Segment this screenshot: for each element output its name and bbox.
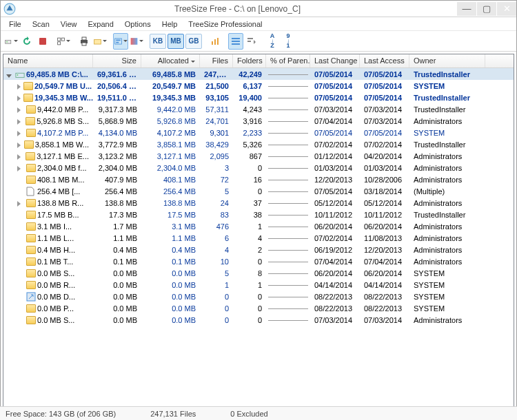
folder-icon — [26, 234, 36, 242]
table-row[interactable]: 2,304.0 MB f...2,304.0 MB2,304.0 MB303.3… — [3, 162, 514, 174]
details-view-button[interactable] — [228, 33, 243, 50]
chart-button[interactable] — [207, 33, 223, 50]
table-row[interactable]: 256.4 MB [...256.4 MB256.4 MB500.4 %07/0… — [3, 185, 514, 197]
menu-help[interactable]: Help — [156, 19, 183, 30]
expand-toggle-icon[interactable] — [17, 141, 21, 147]
expand-toggle-icon[interactable] — [17, 282, 23, 288]
table-row[interactable]: 3,858.1 MB W...3,772.9 MB3,858.1 MB38,42… — [3, 138, 514, 150]
expand-toggle-icon[interactable] — [17, 188, 23, 194]
sort-size-button[interactable]: 9↓1 — [281, 33, 296, 50]
file-tree-grid[interactable]: NameSizeAllocatedFilesFolders% of Paren.… — [3, 54, 514, 412]
expand-toggle-icon[interactable] — [17, 211, 23, 218]
table-row[interactable]: 17.5 MB B...17.3 MB17.5 MB83380.0 %10/11… — [3, 209, 514, 220]
table-row[interactable]: 408.1 MB M...407.9 MB408.1 MB72160.6 %12… — [3, 174, 514, 185]
menu-scan[interactable]: Scan — [27, 19, 55, 30]
table-row[interactable]: 0.0 MB D...0.0 MB0.0 MB000.0 %08/22/2013… — [3, 291, 514, 302]
table-row[interactable]: 3.1 MB I...1.7 MB3.1 MB47610.0 %06/20/20… — [3, 220, 514, 232]
expand-toggle-icon[interactable] — [17, 94, 21, 101]
expand-toggle-icon[interactable] — [17, 176, 23, 182]
cell-chg: 05/12/2014 — [310, 198, 360, 208]
export-button[interactable] — [92, 33, 108, 50]
refresh-button[interactable] — [19, 33, 34, 50]
expand-button[interactable] — [56, 33, 71, 50]
cell-acc: 06/20/2014 — [360, 269, 409, 278]
expand-toggle-icon[interactable] — [17, 165, 23, 171]
table-row[interactable]: 19,345.3 MB W...19,511.0 MB19,345.3 MB93… — [3, 92, 514, 103]
table-row[interactable]: 0.0 MB S...0.0 MB0.0 MB000.0 %07/03/2014… — [3, 314, 514, 326]
unit-kb-button[interactable]: KB — [150, 34, 166, 49]
expand-toggle-icon[interactable] — [17, 129, 23, 136]
table-row[interactable]: 0.4 MB H...0.4 MB0.4 MB420.0 %06/19/2012… — [3, 244, 514, 255]
folder-icon — [26, 105, 36, 114]
size-mode-button[interactable] — [113, 33, 128, 50]
cell-files: 0 — [200, 315, 233, 325]
expand-toggle-icon[interactable] — [17, 293, 23, 300]
expand-toggle-icon[interactable] — [17, 317, 23, 323]
gradient-button[interactable] — [129, 33, 144, 50]
column-headers[interactable]: NameSizeAllocatedFilesFolders% of Paren.… — [3, 54, 514, 68]
column-header[interactable]: Last Change — [310, 54, 360, 67]
cell-alloc: 5,926.8 MB — [141, 116, 200, 126]
svg-rect-22 — [247, 41, 251, 42]
row-name: 4,107.2 MB P... — [37, 129, 88, 137]
cell-own: Administrators — [409, 198, 485, 208]
expand-toggle-icon[interactable] — [17, 153, 23, 159]
column-header[interactable]: Allocated — [141, 54, 200, 67]
cell-percent: 5.9 % — [266, 132, 310, 134]
unit-mb-button[interactable]: MB — [168, 34, 184, 49]
menu-treesize-professional[interactable]: TreeSize Professional — [183, 19, 267, 30]
table-row[interactable]: 0.0 MB R...0.0 MB0.0 MB110.0 %04/14/2014… — [3, 279, 514, 291]
maximize-button[interactable]: ▢ — [477, 2, 496, 16]
menu-options[interactable]: Options — [119, 19, 156, 30]
cell-own: Administrators — [409, 245, 485, 255]
stop-button[interactable] — [35, 33, 50, 50]
svg-rect-20 — [232, 43, 240, 45]
column-header[interactable]: Folders — [233, 54, 266, 67]
table-row[interactable]: 5,926.8 MB S...5,868.9 MB5,926.8 MB24,70… — [3, 115, 514, 127]
close-button[interactable]: ✕ — [497, 2, 516, 16]
cell-files: 3 — [200, 163, 233, 173]
column-header[interactable]: Size — [93, 54, 141, 67]
expand-toggle-icon[interactable] — [17, 270, 23, 276]
column-header[interactable]: Name — [3, 54, 93, 67]
expand-toggle-icon[interactable] — [17, 235, 23, 241]
expand-toggle-icon[interactable] — [17, 200, 23, 206]
column-header[interactable]: % of Paren... — [266, 54, 310, 67]
grid-body[interactable]: 69,485.8 MB C:\...69,361.6 MB69,485.8 MB… — [3, 68, 514, 411]
table-row[interactable]: 3,127.1 MB E...3,123.2 MB3,127.1 MB2,095… — [3, 150, 514, 162]
expand-toggle-icon[interactable] — [17, 223, 23, 229]
table-row[interactable]: 0.0 MB S...0.0 MB0.0 MB580.0 %06/20/2014… — [3, 267, 514, 279]
cell-files: 476 — [200, 222, 233, 231]
expand-toggle-icon[interactable] — [17, 106, 23, 112]
row-name: 408.1 MB M... — [37, 176, 84, 184]
menu-expand[interactable]: Expand — [82, 19, 119, 30]
table-row[interactable]: 0.1 MB T...0.1 MB0.1 MB1000.0 %07/04/201… — [3, 255, 514, 267]
table-row[interactable]: 138.8 MB R...138.8 MB138.8 MB24370.2 %05… — [3, 197, 514, 209]
table-row[interactable]: 4,107.2 MB P...4,134.0 MB4,107.2 MB9,301… — [3, 127, 514, 138]
expand-toggle-icon[interactable] — [17, 305, 23, 311]
sort-az-button[interactable]: A↓Z — [265, 33, 280, 50]
filter-button[interactable] — [244, 33, 259, 50]
table-row[interactable]: 0.0 MB P...0.0 MB0.0 MB000.0 %08/22/2013… — [3, 302, 514, 314]
column-header[interactable]: Files — [200, 54, 233, 67]
column-header[interactable]: Owner — [409, 54, 485, 67]
unit-gb-button[interactable]: GB — [185, 34, 202, 49]
select-drive-button[interactable] — [3, 33, 19, 50]
expand-toggle-icon[interactable] — [17, 118, 23, 124]
table-row[interactable]: 1.1 MB L...1.1 MB1.1 MB640.0 %07/02/2014… — [3, 232, 514, 244]
table-row[interactable]: 9,442.0 MB P...9,317.3 MB9,442.0 MB57,31… — [3, 103, 514, 115]
column-header[interactable]: Last Access — [360, 54, 409, 67]
expand-toggle-icon[interactable] — [17, 258, 23, 264]
expand-toggle-icon[interactable] — [17, 83, 21, 89]
print-button[interactable] — [77, 33, 92, 50]
cell-chg: 07/04/2014 — [310, 257, 360, 266]
menu-view[interactable]: View — [55, 19, 83, 30]
expand-toggle-icon[interactable] — [17, 246, 23, 253]
menu-file[interactable]: File — [3, 19, 27, 30]
expand-toggle-icon[interactable] — [6, 71, 12, 77]
minimize-button[interactable]: — — [457, 2, 476, 16]
row-name: 19,345.3 MB W... — [34, 94, 93, 102]
table-row[interactable]: 20,549.7 MB U...20,506.4 MB20,549.7 MB21… — [3, 80, 514, 92]
cell-chg: 01/03/2014 — [310, 163, 360, 173]
table-row[interactable]: 69,485.8 MB C:\...69,361.6 MB69,485.8 MB… — [3, 68, 514, 80]
